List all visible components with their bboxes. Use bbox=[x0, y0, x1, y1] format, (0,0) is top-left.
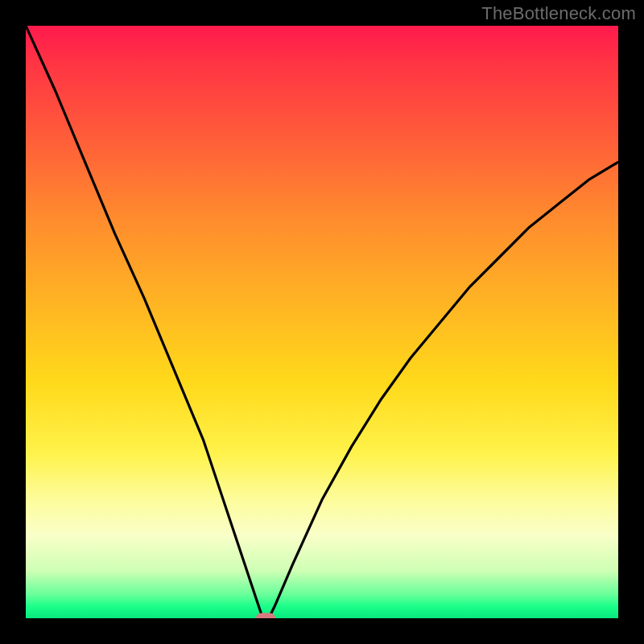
bottleneck-curve-path bbox=[26, 26, 618, 618]
bottleneck-curve-svg bbox=[26, 26, 618, 618]
chart-frame: TheBottleneck.com bbox=[0, 0, 644, 644]
plot-area bbox=[26, 26, 618, 618]
watermark-text: TheBottleneck.com bbox=[481, 3, 636, 24]
optimal-point-marker bbox=[256, 613, 275, 619]
